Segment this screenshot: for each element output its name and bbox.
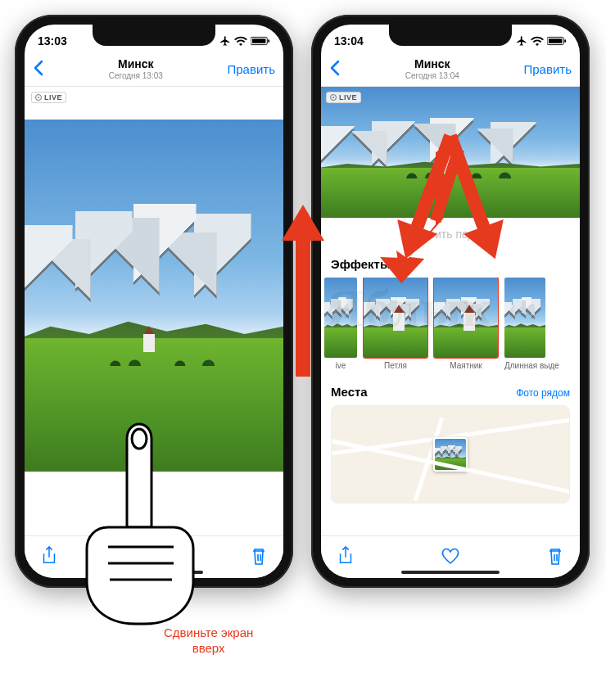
battery-icon xyxy=(251,36,270,46)
heart-icon xyxy=(441,547,460,565)
status-icons xyxy=(516,35,567,47)
effect-item[interactable]: ive xyxy=(324,278,357,370)
svg-point-6 xyxy=(132,429,147,449)
effect-item[interactable]: Петля xyxy=(364,278,427,370)
wifi-icon xyxy=(531,36,544,46)
share-button[interactable] xyxy=(41,546,57,569)
effects-title: Эффекты xyxy=(321,254,580,278)
live-icon xyxy=(35,94,42,101)
nav-title-group: Минск Сегодня 13:03 xyxy=(109,58,163,79)
back-button[interactable] xyxy=(33,60,44,79)
edit-button[interactable]: Править xyxy=(523,62,572,76)
effect-item[interactable]: Длинная выде xyxy=(504,278,545,370)
airplane-mode-icon xyxy=(516,35,527,47)
status-time: 13:04 xyxy=(334,34,364,47)
map-photo-pin[interactable] xyxy=(433,437,468,472)
share-icon xyxy=(41,546,57,566)
live-badge-text: LIVE xyxy=(339,93,357,102)
svg-rect-9 xyxy=(564,39,566,43)
gesture-arrow-up xyxy=(287,205,319,377)
status-time: 13:03 xyxy=(38,34,67,47)
nav-title-group: Минск Сегодня 13:04 xyxy=(405,58,459,79)
svg-rect-2 xyxy=(268,39,269,43)
live-icon xyxy=(330,94,337,101)
live-badge-text: LIVE xyxy=(44,93,62,102)
instruction-line2: вверх xyxy=(164,641,253,657)
nav-subtitle: Сегодня 13:03 xyxy=(109,71,163,80)
trash-icon xyxy=(547,546,563,566)
favorite-button[interactable] xyxy=(354,547,547,568)
photo-details-scroll[interactable]: LIVE xyxy=(321,87,580,535)
chevron-left-icon xyxy=(329,60,341,76)
places-section: Места Фото рядом xyxy=(321,385,580,504)
svg-rect-8 xyxy=(549,38,563,43)
screen-right: 13:04 Минск Сегодня 13:04 Править xyxy=(321,25,580,578)
nav-bar: Минск Сегодня 13:03 Править xyxy=(25,52,283,87)
notch xyxy=(389,25,512,46)
places-map[interactable] xyxy=(331,405,570,504)
nav-title: Минск xyxy=(109,58,163,70)
nav-title: Минск xyxy=(405,58,459,70)
nearby-photos-link[interactable]: Фото рядом xyxy=(516,387,570,399)
live-badge: LIVE xyxy=(31,92,66,103)
add-caption-field[interactable]: Добавить подпись xyxy=(321,218,580,254)
live-badge: LIVE xyxy=(326,92,361,103)
instruction-line1: Сдвиньте экран xyxy=(164,625,253,641)
effects-row[interactable]: ive Петля Маятник Длинная выде xyxy=(321,278,580,373)
effect-label: Длинная выде xyxy=(504,361,545,370)
delete-button[interactable] xyxy=(547,546,563,569)
effect-label: Маятник xyxy=(434,361,498,370)
trash-icon xyxy=(251,546,267,566)
gesture-hand-icon xyxy=(75,418,206,634)
chevron-left-icon xyxy=(33,60,44,76)
delete-button[interactable] xyxy=(251,546,267,569)
effect-label: ive xyxy=(324,361,357,370)
airplane-mode-icon xyxy=(219,35,231,47)
places-title: Места xyxy=(331,385,368,399)
nav-bar: Минск Сегодня 13:04 Править xyxy=(321,52,580,87)
share-icon xyxy=(337,546,354,566)
nav-subtitle: Сегодня 13:04 xyxy=(405,71,459,80)
home-indicator[interactable] xyxy=(401,571,500,574)
battery-icon xyxy=(547,36,567,46)
wifi-icon xyxy=(234,36,247,46)
back-button[interactable] xyxy=(329,60,341,79)
share-button[interactable] xyxy=(337,546,354,569)
effect-label: Петля xyxy=(364,361,427,370)
notch xyxy=(93,25,215,46)
instruction-text: Сдвиньте экран вверх xyxy=(164,625,253,657)
status-icons xyxy=(219,35,270,47)
edit-button[interactable]: Править xyxy=(227,62,275,76)
svg-rect-1 xyxy=(252,38,266,43)
phone-right: 13:04 Минск Сегодня 13:04 Править xyxy=(311,15,590,588)
photo: LIVE xyxy=(321,87,580,218)
effect-item[interactable]: Маятник xyxy=(434,278,498,370)
